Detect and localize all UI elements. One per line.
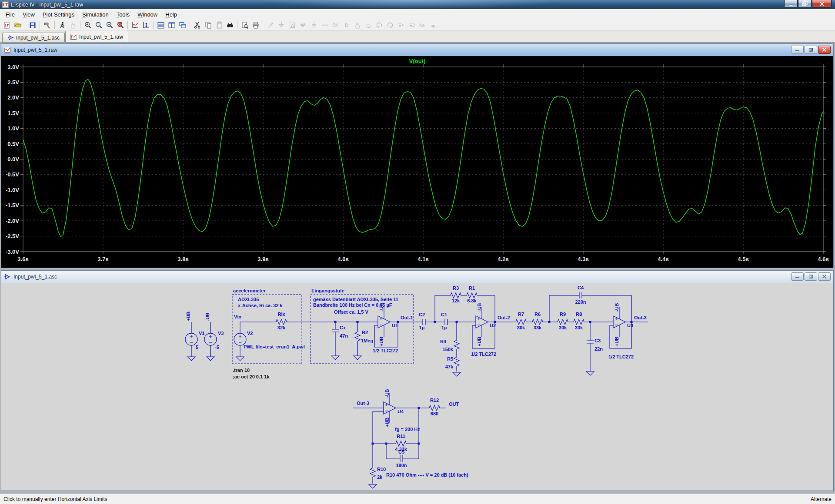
- sch-minimize-button[interactable]: [791, 272, 804, 281]
- waveform-plot[interactable]: 3.0V2.5V2.0V1.5V1.0V0.5V0.0V-0.5V-1.0V-1…: [1, 56, 833, 268]
- source-v2[interactable]: V2 PWL file=test_crun1_A.pwl Vin: [234, 314, 305, 361]
- resistor-r1[interactable]: R1 6.8k: [465, 285, 478, 303]
- svg-text:180n: 180n: [396, 463, 407, 468]
- zoom-full-extents-button[interactable]: [115, 20, 126, 30]
- x-tick-label: 4.4s: [658, 256, 668, 262]
- close-button[interactable]: [812, 0, 832, 8]
- minimize-button[interactable]: [784, 0, 798, 8]
- svg-text:E: E: [409, 23, 412, 28]
- diode-tool-button: [330, 20, 341, 30]
- copy-button[interactable]: [203, 20, 214, 30]
- resistor-r4[interactable]: R4 150k: [440, 339, 459, 352]
- opamp-u1[interactable]: -UB +UB U1 1/2 TLC272: [373, 303, 398, 353]
- tile-vertically-button[interactable]: [166, 20, 177, 30]
- cut-button[interactable]: [192, 20, 203, 30]
- capacitor-cx[interactable]: Cx 47n: [331, 325, 348, 360]
- net-label-out3: Out-3: [634, 315, 647, 320]
- waveform-window-icon: [4, 47, 11, 53]
- x-tick-label: 4.1s: [418, 256, 428, 262]
- menu-tools[interactable]: Tools: [113, 10, 134, 19]
- capacitor-c3[interactable]: C3 22n: [586, 338, 603, 375]
- waveform-window-titlebar[interactable]: Input_pwl_5_1.raw: [1, 44, 833, 56]
- capacitor-c4[interactable]: C4 220n: [575, 285, 586, 305]
- new-schematic-button[interactable]: LT: [1, 20, 12, 30]
- tab-input-pwl-raw[interactable]: Input_pwl_5_1.raw: [65, 31, 128, 42]
- eingangsstufe-box-title: Eingangsstufe: [311, 288, 344, 293]
- statusbar: Click to manually enter Horizontal Axis …: [0, 494, 835, 504]
- zoom-back-button[interactable]: [93, 20, 104, 30]
- schematic-wires[interactable]: [240, 295, 648, 484]
- open-icon: [14, 21, 22, 29]
- menu-simulation[interactable]: Simulation: [78, 10, 113, 19]
- trace-legend[interactable]: V(out): [1, 58, 833, 64]
- print-preview-button[interactable]: [239, 20, 250, 30]
- svg-text:2k: 2k: [377, 474, 383, 480]
- net-label-vin: Vin: [234, 314, 241, 319]
- cascade-windows-button[interactable]: [177, 20, 188, 30]
- component-tool-button: D: [341, 20, 352, 30]
- accelerometer-box-title: accelerometer: [233, 288, 266, 293]
- opamp-u3[interactable]: -UB +UB U3 1/2 TLC272: [608, 303, 634, 359]
- tile-horizontally-button[interactable]: [155, 20, 166, 30]
- resistor-tool-button: [297, 20, 308, 30]
- source-v1[interactable]: +UB V1 5: [185, 312, 204, 361]
- manual-axis-limits-button[interactable]: [140, 20, 151, 30]
- resistor-r9[interactable]: R9 30k: [556, 312, 569, 330]
- svg-text:33k: 33k: [534, 325, 542, 330]
- svg-text:+UB: +UB: [477, 337, 482, 346]
- wf-restore-button[interactable]: [805, 46, 817, 54]
- undo-icon: [375, 21, 383, 29]
- sch-close-button[interactable]: [818, 272, 831, 281]
- zoom-out-button[interactable]: [104, 20, 115, 30]
- wf-minimize-button[interactable]: [791, 46, 804, 54]
- wf-close-button[interactable]: [818, 46, 831, 54]
- resistor-r8[interactable]: R8 33k: [572, 312, 585, 330]
- plot-area[interactable]: V(out) 3.0V2.5V2.0V1.5V1.0V0.5V0.0V-0.5V…: [1, 56, 833, 268]
- open-button[interactable]: [12, 20, 23, 30]
- sch-restore-button[interactable]: [805, 272, 817, 281]
- source-v3[interactable]: -UB V3 -5: [204, 312, 224, 361]
- titlebar[interactable]: LT LTspice IV - Input_pwl_5_1.raw: [0, 0, 835, 9]
- resistor-r3[interactable]: R3 12k: [449, 285, 462, 303]
- schematic-canvas[interactable]: accelerometer ADXL335 x-Achse, Ri ca. 32…: [1, 283, 833, 491]
- resistor-r10[interactable]: R10 2k: [369, 467, 386, 488]
- mirror-button: E: [395, 20, 406, 30]
- directive-ac[interactable]: ;ac oct 20 0.1 1k: [233, 374, 270, 379]
- restore-icon: [808, 275, 813, 279]
- manual-axis-limits-icon: [142, 21, 150, 29]
- capacitor-c1[interactable]: C1 1µ: [441, 312, 448, 330]
- menu-window[interactable]: Window: [134, 10, 161, 19]
- restore-button[interactable]: [798, 0, 812, 8]
- menu-file[interactable]: File: [2, 10, 19, 19]
- menu-help[interactable]: Help: [161, 10, 181, 19]
- menu-plot-settings[interactable]: Plot Settings: [39, 10, 78, 19]
- resistor-r7[interactable]: R7 30k: [514, 312, 528, 330]
- resistor-r5[interactable]: R5 47k: [445, 356, 461, 376]
- directive-tran[interactable]: .tran 10: [233, 368, 250, 373]
- control-panel-button[interactable]: [42, 20, 53, 30]
- resistor-r2[interactable]: R2 1Meg: [354, 330, 373, 360]
- svg-text:+UB: +UB: [614, 337, 619, 346]
- resistor-rix[interactable]: RIx 32k: [275, 312, 288, 330]
- resistor-r12[interactable]: R12 680: [428, 398, 441, 416]
- redo-icon: [386, 21, 394, 29]
- svg-text:C5: C5: [398, 449, 404, 454]
- y-tick-label: 0.5V: [7, 141, 19, 147]
- print-button[interactable]: [250, 20, 261, 30]
- menu-view[interactable]: View: [19, 10, 39, 19]
- svg-text:LT: LT: [2, 3, 8, 7]
- svg-text:+UB: +UB: [384, 418, 390, 427]
- save-button[interactable]: [27, 20, 38, 30]
- x-tick-label: 3.6s: [17, 256, 28, 262]
- find-button[interactable]: [224, 20, 235, 30]
- schematic-window-titlebar[interactable]: Input_pwl_5_1.asc: [1, 271, 833, 283]
- close-icon: [819, 2, 825, 6]
- resistor-r6[interactable]: R6 33k: [531, 312, 544, 330]
- autorange-y-button[interactable]: [130, 20, 140, 30]
- status-message[interactable]: Click to manually enter Horizontal Axis …: [3, 496, 107, 502]
- tab-input-pwl-asc[interactable]: Input_pwl_5_1.asc: [2, 33, 65, 42]
- run-button[interactable]: [57, 20, 67, 30]
- svg-text:-UB: -UB: [205, 312, 210, 321]
- capacitor-c2[interactable]: C2 1µ: [419, 312, 425, 330]
- zoom-in-button[interactable]: [82, 20, 93, 30]
